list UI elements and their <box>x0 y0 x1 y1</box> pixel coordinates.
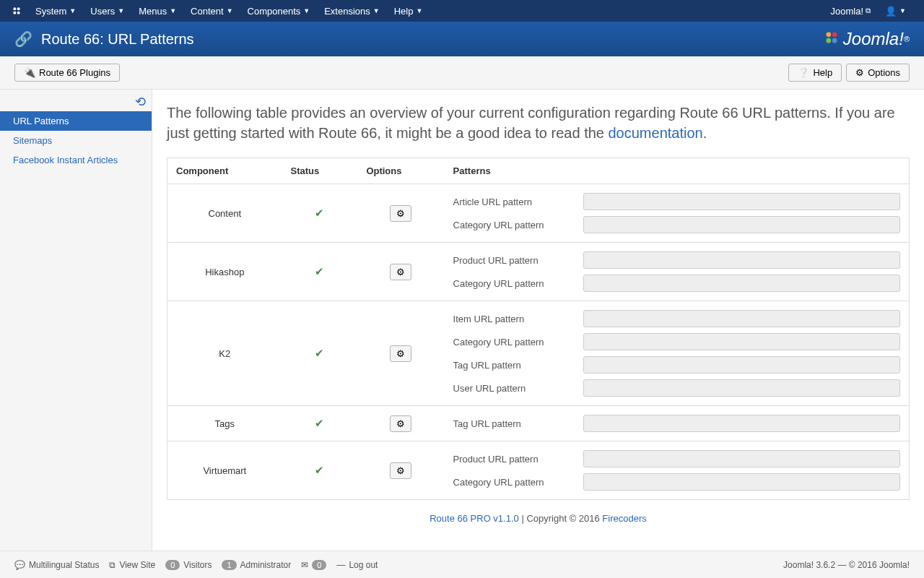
topnav-extensions[interactable]: Extensions▼ <box>317 0 387 22</box>
pattern-label: User URL pattern <box>453 383 583 394</box>
row-options-button[interactable]: ⚙ <box>390 462 411 479</box>
component-cell: Hikashop <box>167 243 282 301</box>
table-row: K2✔⚙Item URL patternCategory URL pattern… <box>167 301 910 406</box>
patterns-cell: Product URL patternCategory URL pattern <box>445 441 910 500</box>
table-header: Status <box>282 158 358 184</box>
pattern-input[interactable] <box>583 310 900 327</box>
pattern-label: Category URL pattern <box>453 278 583 289</box>
topnav-site-link[interactable]: Joomla!⧉ <box>824 0 879 22</box>
row-options-button[interactable]: ⚙ <box>390 264 411 280</box>
topnav-components[interactable]: Components▼ <box>240 0 318 22</box>
sidebar-item-facebook-instant-articles[interactable]: Facebook Instant Articles <box>0 150 152 170</box>
table-row: Tags✔⚙Tag URL pattern <box>167 406 910 441</box>
product-link[interactable]: Route 66 PRO v1.1.0 <box>430 513 519 524</box>
patterns-cell: Article URL patternCategory URL pattern <box>445 184 910 243</box>
patterns-cell: Product URL patternCategory URL pattern <box>445 243 910 301</box>
pattern-input[interactable] <box>583 450 900 467</box>
options-cell: ⚙ <box>357 301 444 406</box>
table-header: Patterns <box>445 158 910 184</box>
row-options-button[interactable]: ⚙ <box>390 415 411 432</box>
messages-count[interactable]: ✉ 0 <box>301 560 326 570</box>
status-cell: ✔ <box>282 406 358 441</box>
options-button[interactable]: ⚙ Options <box>846 64 910 82</box>
component-cell: K2 <box>167 301 282 406</box>
pattern-input[interactable] <box>583 216 900 233</box>
table-row: Virtuemart✔⚙Product URL patternCategory … <box>167 441 910 500</box>
topnav-content[interactable]: Content▼ <box>183 0 240 22</box>
status-cell: ✔ <box>282 184 358 243</box>
check-icon: ✔ <box>315 347 324 359</box>
topnav-users[interactable]: Users▼ <box>83 0 131 22</box>
content-area: The following table provides an overview… <box>152 90 924 551</box>
pattern-input[interactable] <box>583 275 900 292</box>
pattern-label: Product URL pattern <box>453 454 583 465</box>
visitors-count[interactable]: 0 Visitors <box>165 560 212 570</box>
sidebar-collapse-icon[interactable]: ⟲ <box>135 94 146 110</box>
sidebar-item-sitemaps[interactable]: Sitemaps <box>0 131 152 150</box>
gear-icon: ⚙ <box>396 267 405 277</box>
toolbar: 🔌 Route 66 Plugins ❔ Help ⚙ Options <box>0 56 924 90</box>
gear-icon: ⚙ <box>396 418 405 429</box>
intro-text: The following table provides an overview… <box>167 103 910 143</box>
pattern-input[interactable] <box>583 251 900 269</box>
topnav-system[interactable]: System▼ <box>28 0 83 22</box>
status-cell: ✔ <box>282 301 358 406</box>
pattern-label: Product URL pattern <box>453 255 583 266</box>
options-cell: ⚙ <box>357 243 444 301</box>
page-header: 🔗 Route 66: URL Patterns Joomla!® <box>0 22 924 56</box>
row-options-button[interactable]: ⚙ <box>390 345 411 362</box>
logout-link[interactable]: — Log out <box>336 560 378 570</box>
pattern-label: Article URL pattern <box>453 197 583 207</box>
topnav-help[interactable]: Help▼ <box>387 0 430 22</box>
pattern-input[interactable] <box>583 379 900 397</box>
pattern-input[interactable] <box>583 356 900 374</box>
joomla-icon <box>11 5 22 17</box>
gear-icon: ⚙ <box>396 208 405 219</box>
component-cell: Content <box>167 184 282 243</box>
check-icon: ✔ <box>315 464 324 476</box>
user-icon: 👤 <box>885 6 897 17</box>
svg-point-1 <box>17 7 20 10</box>
status-bar: 💬 Multilingual Status ⧉ View Site 0 Visi… <box>0 551 924 578</box>
sidebar-item-url-patterns[interactable]: URL Patterns <box>0 111 152 131</box>
component-cell: Virtuemart <box>167 441 282 500</box>
view-site-link[interactable]: ⧉ View Site <box>109 560 155 570</box>
pattern-label: Category URL pattern <box>453 477 583 488</box>
topnav-user-menu[interactable]: 👤▼ <box>878 0 913 22</box>
gear-icon: ⚙ <box>855 67 864 78</box>
joomla-brand-logo: Joomla!® <box>824 29 910 49</box>
plugins-button[interactable]: 🔌 Route 66 Plugins <box>14 64 120 82</box>
help-icon: ❔ <box>798 67 809 78</box>
patterns-cell: Tag URL pattern <box>445 406 910 441</box>
documentation-link[interactable]: documentation <box>609 125 703 141</box>
status-version: Joomla! 3.6.2 — © 2016 Joomla! <box>783 560 910 570</box>
external-link-icon: ⧉ <box>866 7 871 15</box>
svg-point-0 <box>13 7 16 10</box>
svg-point-5 <box>832 33 837 38</box>
options-cell: ⚙ <box>357 406 444 441</box>
help-button[interactable]: ❔ Help <box>788 64 842 82</box>
pattern-input[interactable] <box>583 193 900 210</box>
svg-point-6 <box>826 38 831 43</box>
multilingual-status[interactable]: 💬 Multilingual Status <box>14 560 99 570</box>
options-cell: ⚙ <box>357 441 444 500</box>
pattern-input[interactable] <box>583 333 900 350</box>
svg-point-2 <box>13 12 16 14</box>
gear-icon: ⚙ <box>396 465 405 476</box>
status-cell: ✔ <box>282 441 358 500</box>
pattern-label: Tag URL pattern <box>453 360 583 371</box>
pattern-label: Category URL pattern <box>453 337 583 348</box>
row-options-button[interactable]: ⚙ <box>390 205 411 222</box>
svg-point-3 <box>17 12 20 14</box>
patterns-table: ComponentStatusOptionsPatterns Content✔⚙… <box>167 158 910 500</box>
component-cell: Tags <box>167 406 282 441</box>
sidebar: ⟲ URL PatternsSitemapsFacebook Instant A… <box>0 90 152 551</box>
admin-count[interactable]: 1 Administrator <box>222 560 291 570</box>
pattern-input[interactable] <box>583 473 900 491</box>
topnav-menus[interactable]: Menus▼ <box>131 0 183 22</box>
credits: Route 66 PRO v1.1.0 | Copyright © 2016 F… <box>167 500 910 537</box>
page-title: 🔗 Route 66: URL Patterns <box>14 30 194 48</box>
pattern-label: Category URL pattern <box>453 220 583 230</box>
pattern-input[interactable] <box>583 415 900 432</box>
company-link[interactable]: Firecoders <box>602 513 646 524</box>
